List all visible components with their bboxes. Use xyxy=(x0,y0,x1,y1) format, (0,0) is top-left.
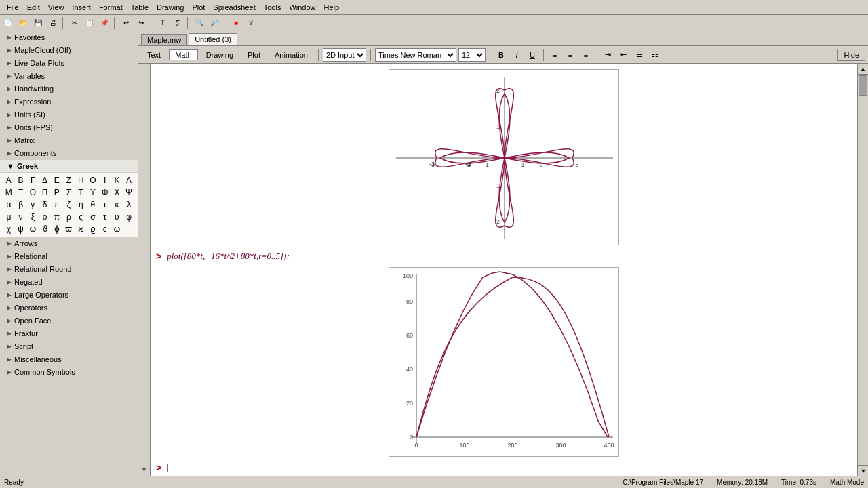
tab-drawing[interactable]: Drawing xyxy=(200,49,239,60)
greek-char[interactable]: Λ xyxy=(123,174,135,186)
scroll-thumb[interactable] xyxy=(859,75,867,96)
sidebar-item-arrows[interactable]: ▶ Arrows xyxy=(0,237,138,250)
greek-char[interactable]: ι xyxy=(99,199,111,211)
cut-btn[interactable]: ✂ xyxy=(68,16,81,30)
num-list-btn[interactable]: ☷ xyxy=(648,48,662,62)
new-btn[interactable]: 📄 xyxy=(1,16,15,30)
greek-char[interactable]: ψ xyxy=(15,223,27,235)
greek-char[interactable]: ς xyxy=(75,211,87,223)
greek-char[interactable]: ε xyxy=(51,199,63,211)
save-btn[interactable]: 💾 xyxy=(31,16,45,30)
align-center-btn[interactable]: ≡ xyxy=(564,48,577,62)
tab-animation[interactable]: Animation xyxy=(269,49,314,60)
font-select[interactable]: Times New Roman xyxy=(375,48,456,62)
sidebar-item-variables[interactable]: ▶ Variables xyxy=(0,70,138,83)
greek-char[interactable]: ζ xyxy=(63,199,75,211)
list-btn[interactable]: ☰ xyxy=(633,48,646,62)
prompt-input-1[interactable]: plot([80*t,−16*t^2+80*t,t=0..5]); xyxy=(167,251,290,262)
sidebar-item-operators[interactable]: ▶ Operators xyxy=(0,302,138,314)
greek-char[interactable]: ϰ xyxy=(75,223,87,235)
sidebar-item-miscellaneous[interactable]: ▶ Miscellaneous xyxy=(0,353,138,366)
sidebar-item-relational[interactable]: ▶ Relational xyxy=(0,250,138,263)
menu-tools[interactable]: Tools xyxy=(260,2,285,13)
greek-char[interactable]: Μ xyxy=(3,186,15,199)
help-btn[interactable]: ? xyxy=(244,16,258,30)
align-right-btn[interactable]: ≡ xyxy=(579,48,593,62)
greek-char[interactable]: Δ xyxy=(39,174,51,186)
tab-text[interactable]: Text xyxy=(141,49,167,60)
greek-char[interactable]: ω xyxy=(111,223,123,235)
text-mode-btn[interactable]: T xyxy=(156,16,170,30)
greek-char[interactable]: Ζ xyxy=(63,174,75,186)
greek-char[interactable]: τ xyxy=(99,211,111,223)
input-mode-select[interactable]: 2D Input xyxy=(323,48,366,62)
sidebar-item-matrix[interactable]: ▶ Matrix xyxy=(0,134,138,147)
zoom-in-btn[interactable]: 🔍 xyxy=(193,16,206,30)
sidebar-item-relational-round[interactable]: ▶ Relational Round xyxy=(0,263,138,276)
greek-char[interactable]: σ xyxy=(87,211,99,223)
greek-char[interactable]: ρ xyxy=(63,211,75,223)
file-tab-maple[interactable]: Maple.mw xyxy=(141,34,187,45)
sidebar-item-large-operators[interactable]: ▶ Large Operators xyxy=(0,289,138,302)
greek-char[interactable]: κ xyxy=(111,199,123,211)
greek-char[interactable]: ο xyxy=(39,211,51,223)
greek-char[interactable]: Υ xyxy=(87,186,99,199)
menu-table[interactable]: Table xyxy=(127,2,153,13)
greek-char[interactable]: ξ xyxy=(26,211,39,223)
sidebar-item-live-data[interactable]: ▶ Live Data Plots xyxy=(0,57,138,70)
greek-char[interactable]: Π xyxy=(39,186,51,199)
greek-char[interactable]: ω xyxy=(26,223,39,235)
greek-char[interactable]: Φ xyxy=(99,186,111,199)
align-left-btn[interactable]: ≡ xyxy=(548,48,561,62)
prompt-cursor[interactable]: | xyxy=(167,462,169,473)
menu-view[interactable]: View xyxy=(44,2,68,13)
scroll-up-btn[interactable]: ▲ xyxy=(858,64,868,75)
sidebar-item-units-si[interactable]: ▶ Units (SI) xyxy=(0,108,138,121)
greek-char[interactable]: ϖ xyxy=(63,223,75,235)
outdent-btn[interactable]: ⇤ xyxy=(617,48,631,62)
menu-format[interactable]: Format xyxy=(95,2,127,13)
greek-char[interactable]: Ξ xyxy=(15,186,27,199)
greek-char[interactable]: λ xyxy=(123,199,135,211)
greek-char[interactable]: Ι xyxy=(99,174,111,186)
sidebar-item-expression[interactable]: ▶ Expression xyxy=(0,96,138,108)
greek-char[interactable]: Η xyxy=(75,174,87,186)
file-tab-untitled[interactable]: Untitled (3) xyxy=(189,33,237,45)
greek-char[interactable]: χ xyxy=(3,223,15,235)
greek-char[interactable]: ν xyxy=(15,211,27,223)
zoom-out-btn[interactable]: 🔎 xyxy=(208,16,221,30)
greek-char[interactable]: Σ xyxy=(63,186,75,199)
scroll-down-icon[interactable]: ▼ xyxy=(141,466,148,473)
greek-char[interactable]: ϱ xyxy=(87,223,99,235)
greek-char[interactable]: Ο xyxy=(26,186,39,199)
math-mode-btn[interactable]: ∑ xyxy=(171,16,184,30)
redo-btn[interactable]: ↪ xyxy=(134,16,148,30)
scroll-down-btn[interactable]: ▼ xyxy=(858,465,868,476)
greek-char[interactable]: α xyxy=(3,199,15,211)
sidebar-item-components[interactable]: ▶ Components xyxy=(0,147,138,160)
indent-btn[interactable]: ⇥ xyxy=(601,48,615,62)
greek-char[interactable]: φ xyxy=(123,211,135,223)
greek-char[interactable]: Α xyxy=(3,174,15,186)
greek-char[interactable]: δ xyxy=(39,199,51,211)
font-size-select[interactable]: 12 xyxy=(458,48,486,62)
menu-edit[interactable]: Edit xyxy=(23,2,44,13)
greek-char[interactable]: β xyxy=(15,199,27,211)
greek-char[interactable]: Κ xyxy=(111,174,123,186)
greek-char[interactable]: π xyxy=(51,211,63,223)
sidebar-item-handwriting[interactable]: ▶ Handwriting xyxy=(0,83,138,96)
greek-char[interactable]: Β xyxy=(15,174,27,186)
greek-char[interactable]: Χ xyxy=(111,186,123,199)
greek-char[interactable]: ς xyxy=(99,223,111,235)
greek-char[interactable]: μ xyxy=(3,211,15,223)
greek-char[interactable]: θ xyxy=(87,199,99,211)
greek-char[interactable]: Τ xyxy=(75,186,87,199)
underline-btn[interactable]: U xyxy=(526,48,539,62)
sidebar-item-units-fps[interactable]: ▶ Units (FPS) xyxy=(0,121,138,134)
greek-char[interactable]: Θ xyxy=(87,174,99,186)
tab-plot[interactable]: Plot xyxy=(241,49,267,60)
undo-btn[interactable]: ↩ xyxy=(119,16,133,30)
menu-drawing[interactable]: Drawing xyxy=(153,2,188,13)
menu-plot[interactable]: Plot xyxy=(188,2,209,13)
greek-char[interactable]: η xyxy=(75,199,87,211)
